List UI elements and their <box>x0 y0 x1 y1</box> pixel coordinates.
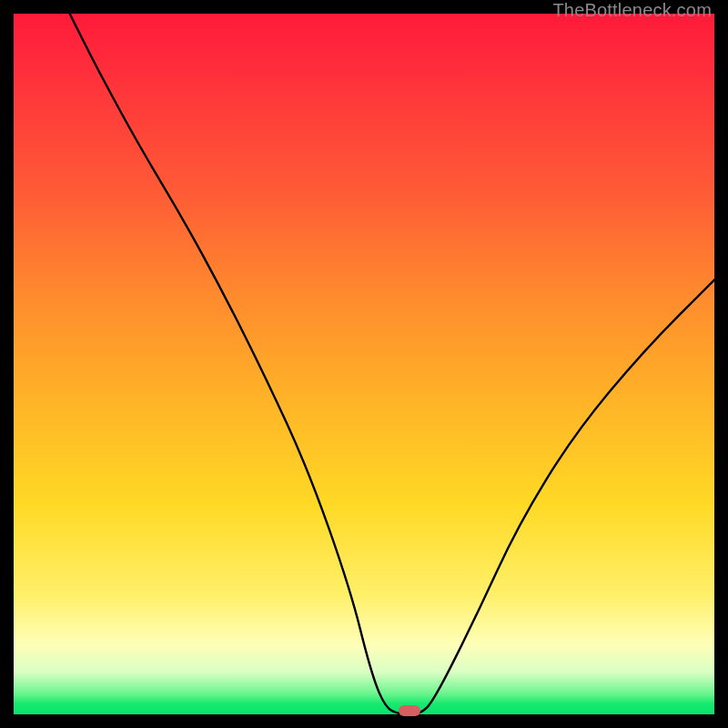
watermark-text: TheBottleneck.com <box>552 0 712 21</box>
optimal-marker <box>399 705 420 716</box>
chart-frame: TheBottleneck.com <box>0 0 728 728</box>
plot-area <box>14 14 714 714</box>
